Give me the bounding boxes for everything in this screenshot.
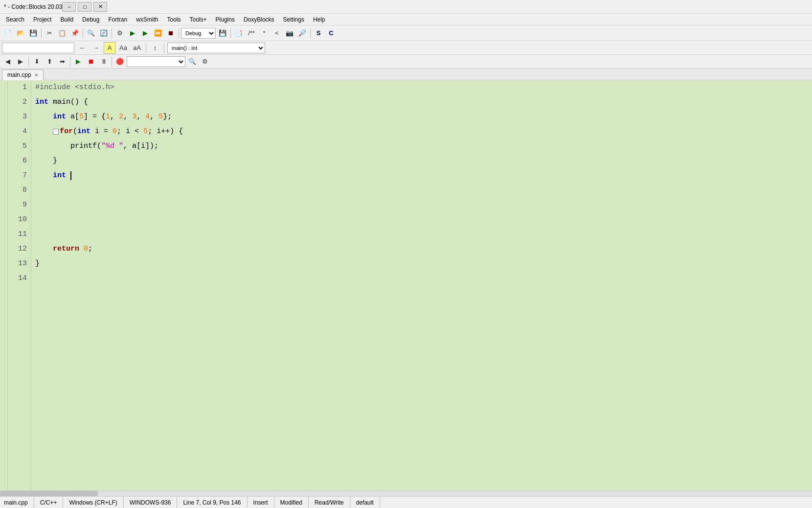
dbg-stop[interactable]: ⏹ <box>85 56 97 68</box>
menu-build[interactable]: Build <box>56 15 77 24</box>
status-position: Line 7, Col 9, Pos 146 <box>177 497 247 508</box>
code-indent-7 <box>35 168 53 183</box>
code-close-brace-6: } <box>35 154 57 168</box>
menu-wxsmith[interactable]: wxSmith <box>132 15 162 24</box>
step-over[interactable]: ➡ <box>56 56 68 68</box>
nav-jump[interactable]: A <box>104 42 115 54</box>
tab-main-cpp[interactable]: main.cpp ✕ <box>2 69 44 80</box>
status-insert-text: Insert <box>253 499 268 506</box>
code-line-7: int <box>35 168 808 183</box>
code-line-11 <box>35 227 808 242</box>
step-out[interactable]: ⬆ <box>44 56 55 68</box>
sep1 <box>41 28 42 38</box>
code-line-1: #include <stdio.h> <box>35 80 808 95</box>
stop-button[interactable]: ⏹ <box>165 27 177 39</box>
close-button[interactable]: ✕ <box>93 2 107 12</box>
code-printf-func: printf <box>70 139 97 154</box>
code-comma1: , <box>110 110 119 124</box>
s-button[interactable]: S <box>313 27 324 39</box>
code-line-6: } <box>35 154 808 168</box>
dbg-search-go[interactable]: 🔍 <box>186 56 198 68</box>
menu-project[interactable]: Project <box>29 15 55 24</box>
comment-button[interactable]: /** <box>246 27 257 39</box>
menu-tools[interactable]: Tools <box>163 15 184 24</box>
minimize-button[interactable]: − <box>62 2 76 12</box>
debug-next[interactable]: ▶ <box>15 56 26 68</box>
title-bar-controls: − □ ✕ <box>62 2 107 12</box>
camera-button[interactable]: 📷 <box>284 27 295 39</box>
toggle-bookmark[interactable]: 📑 <box>233 27 245 39</box>
dbg-sep1 <box>28 57 29 67</box>
code-comma4: , <box>150 110 158 124</box>
dbg-options[interactable]: ⚙ <box>199 56 211 68</box>
tab-close-button[interactable]: ✕ <box>34 72 38 78</box>
line-numbers: 1 2 3 4 5 6 7 8 9 10 11 12 13 14 <box>8 80 31 490</box>
find-button[interactable]: 🔍 <box>85 27 97 39</box>
menu-plugins[interactable]: Plugins <box>212 15 239 24</box>
dbg-run[interactable]: ▶ <box>72 56 84 68</box>
zoom-out-button[interactable]: 🔎 <box>296 27 308 39</box>
menu-doxyblocks[interactable]: DoxyBlocks <box>240 15 278 24</box>
build-button[interactable]: ▶ <box>127 27 138 39</box>
debug-combo[interactable]: Debug Release <box>181 28 216 39</box>
paste-button[interactable]: 📌 <box>69 27 81 39</box>
step-in[interactable]: ⬇ <box>31 56 43 68</box>
dbg-search-combo[interactable] <box>127 56 185 67</box>
code-editor[interactable]: #include <stdio.h> int main() { int a[5]… <box>31 80 812 490</box>
open-file-button[interactable]: 📂 <box>15 27 26 39</box>
settings-button[interactable]: ⚙ <box>114 27 126 39</box>
horizontal-scrollbar[interactable] <box>0 490 812 496</box>
copy-button[interactable]: 📋 <box>56 27 68 39</box>
status-bar: main.cpp C/C++ Windows (CR+LF) WINDOWS-9… <box>0 496 812 508</box>
menu-tools-plus[interactable]: Tools+ <box>186 15 211 24</box>
status-default: default <box>350 497 380 508</box>
code-include-file: <stdio.h> <box>75 80 114 95</box>
dbg-breakpoint[interactable]: 🔴 <box>114 56 126 68</box>
build-run-button[interactable]: ⏩ <box>152 27 164 39</box>
nav-find-text[interactable]: Aa <box>117 42 129 54</box>
nav-sep2 <box>164 43 164 53</box>
uncomment-button[interactable]: * <box>258 27 270 39</box>
nav-back[interactable]: ← <box>76 42 88 54</box>
maximize-button[interactable]: □ <box>78 2 91 12</box>
menu-debug[interactable]: Debug <box>78 15 103 24</box>
c-button[interactable]: C <box>325 27 337 39</box>
run-button[interactable]: ▶ <box>139 27 151 39</box>
save-project-button[interactable]: 💾 <box>217 27 228 39</box>
nav-select[interactable]: ↕ <box>149 42 161 54</box>
debug-prev[interactable]: ◀ <box>2 56 14 68</box>
code-kw-for: for <box>60 124 73 139</box>
status-readwrite-text: Read/Write <box>315 499 344 506</box>
code-num-2: 2 <box>119 110 123 124</box>
menu-help[interactable]: Help <box>309 15 329 24</box>
nav-scope-input[interactable] <box>2 43 74 53</box>
nav-combo[interactable]: main() : int <box>167 43 265 53</box>
collapse-marker[interactable]: − <box>53 129 59 135</box>
code-return-val: 0 <box>84 242 88 256</box>
cut-button[interactable]: ✂ <box>44 27 55 39</box>
gutter <box>0 80 8 490</box>
status-modified-text: Modified <box>280 499 302 506</box>
editor-area[interactable]: 1 2 3 4 5 6 7 8 9 10 11 12 13 14 #includ… <box>0 80 812 496</box>
code-num-1: 1 <box>106 110 110 124</box>
code-line-14 <box>35 271 808 286</box>
nav-forward[interactable]: → <box>90 42 102 54</box>
left-angle[interactable]: < <box>271 27 283 39</box>
code-printf-str: "%d " <box>101 139 123 154</box>
code-for-zero: 0 <box>113 124 117 139</box>
menu-search[interactable]: Search <box>2 15 28 24</box>
new-file-button[interactable]: 📄 <box>2 27 14 39</box>
save-button[interactable]: 💾 <box>27 27 39 39</box>
code-line-12: return 0; <box>35 242 808 256</box>
code-for-open: ( <box>73 124 77 139</box>
menu-settings[interactable]: Settings <box>279 15 308 24</box>
sep2 <box>83 28 83 38</box>
replace-button[interactable]: 🔄 <box>98 27 110 39</box>
menu-fortran[interactable]: Fortran <box>104 15 131 24</box>
dbg-sep3 <box>112 57 112 67</box>
dbg-pause[interactable]: ⏸ <box>98 56 110 68</box>
h-scrollbar-thumb[interactable] <box>0 491 98 496</box>
status-modified: Modified <box>274 497 309 508</box>
status-file: main.cpp <box>4 497 34 508</box>
nav-match-case[interactable]: aA <box>131 42 143 54</box>
